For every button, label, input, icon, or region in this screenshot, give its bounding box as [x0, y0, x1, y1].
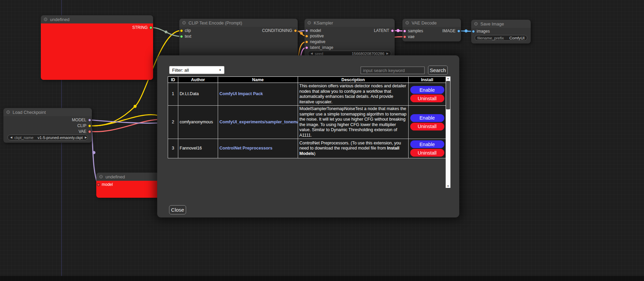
node-undefined-top[interactable]: undefined STRING	[41, 15, 153, 80]
node-status-dot[interactable]	[6, 110, 10, 114]
ext-link[interactable]: ComfyUI Impact Pack	[219, 91, 263, 96]
extensions-table-container: ID Author Name Description Install 1 Dr.…	[168, 76, 450, 188]
input-dot-images[interactable]	[472, 30, 475, 33]
table-header-row: ID Author Name Description Install	[168, 77, 446, 83]
output-dot-latent[interactable]	[391, 29, 394, 32]
node-body: model positive negative latent_image LAT…	[304, 27, 395, 59]
ckpt-name-widget[interactable]: ◀ ckpt_name v1-5-pruned-emaonly.ckpt ▶	[7, 135, 88, 140]
next-arrow-icon[interactable]: ▶	[85, 136, 87, 139]
node-header[interactable]: KSampler	[304, 19, 395, 27]
node-title: undefined	[105, 174, 125, 179]
uninstall-button[interactable]: Uninstall	[410, 94, 444, 102]
output-dot-vae[interactable]	[88, 130, 91, 133]
ext-link[interactable]: ComfyUI_experiments/sampler_tonemap	[219, 120, 298, 124]
search-input[interactable]	[361, 67, 425, 74]
slot-label-clip-out: CLIP	[77, 123, 86, 128]
output-dot-conditioning[interactable]	[294, 29, 297, 32]
node-status-dot[interactable]	[474, 22, 478, 25]
node-header[interactable]: CLIP Text Encode (Prompt)	[179, 19, 298, 27]
input-dot-negative[interactable]	[305, 40, 308, 43]
slot-label-string: STRING	[132, 25, 148, 30]
extension-row: 2 comfyanonymous ComfyUI_experiments/sam…	[168, 106, 446, 139]
decrement-arrow-icon[interactable]: ◀	[311, 52, 313, 55]
wire-image-to-images	[459, 31, 473, 31]
node-title: VAE Decode	[412, 20, 436, 25]
ext-link[interactable]: ControlNet Preprocessors	[219, 146, 273, 151]
node-title: Save Image	[480, 21, 504, 27]
node-vae-decode[interactable]: VAE Decode samples vae IMAGE	[402, 19, 461, 41]
widget-label: seed	[315, 52, 323, 56]
ext-description: This extension offers various detector n…	[298, 83, 409, 106]
dropdown-caret-icon: ▼	[219, 69, 221, 72]
node-body: images filename_prefix ComfyUI	[471, 28, 531, 43]
node-status-dot[interactable]	[308, 21, 311, 24]
filter-select[interactable]: Filter: all ▼	[169, 66, 225, 74]
input-dot-vae[interactable]	[403, 35, 406, 38]
header-author: Author	[178, 77, 218, 83]
ext-description-text: )	[314, 151, 315, 156]
header-id: ID	[168, 77, 178, 83]
increment-arrow-icon[interactable]: ▶	[386, 52, 389, 55]
ext-description-text: ControlNet Preprocessors. (To use this e…	[299, 141, 401, 151]
slot-label-vae: vae	[408, 34, 414, 39]
widget-value: ComfyUI	[509, 36, 525, 40]
ext-description: ModelSamplerTonemapNoiseTest a node that…	[298, 106, 409, 139]
link-dot-conditioning	[300, 32, 303, 35]
output-dot-model[interactable]	[88, 119, 91, 122]
slot-label-negative: negative	[310, 39, 325, 44]
widget-value: v1-5-pruned-emaonly.ckpt	[37, 136, 83, 140]
node-header[interactable]: Load Checkpoint	[3, 108, 92, 116]
uninstall-button[interactable]: Uninstall	[410, 149, 444, 157]
filename-prefix-widget[interactable]: filename_prefix ComfyUI	[475, 35, 527, 41]
node-clip-text-encode[interactable]: CLIP Text Encode (Prompt) clip text COND…	[179, 19, 298, 59]
scroll-down-icon[interactable]: ▼	[446, 185, 450, 187]
input-dot-positive[interactable]	[305, 35, 308, 38]
link-dot-latent	[397, 29, 400, 32]
node-header[interactable]: undefined	[41, 15, 153, 23]
close-button[interactable]: Close	[169, 205, 186, 214]
scrollbar-thumb[interactable]	[446, 81, 450, 109]
output-dot-image[interactable]	[457, 30, 460, 33]
link-dot-image	[465, 30, 468, 33]
input-dot-latent-image[interactable]	[305, 46, 308, 49]
prev-arrow-icon[interactable]: ◀	[10, 136, 12, 139]
input-dot-samples[interactable]	[403, 30, 406, 33]
node-header[interactable]: Save Image	[471, 20, 531, 28]
node-status-dot[interactable]	[99, 175, 103, 178]
node-status-dot[interactable]	[406, 21, 409, 24]
link-dot-string	[165, 31, 167, 33]
node-status-dot[interactable]	[44, 18, 47, 21]
slot-label-model-out: MODEL	[72, 118, 86, 122]
graph-canvas[interactable]: undefined STRING CLIP Text Encode (Promp…	[0, 0, 644, 281]
node-header[interactable]: VAE Decode	[402, 19, 461, 27]
slot-label-clip: clip	[185, 28, 191, 33]
node-save-image[interactable]: Save Image images filename_prefix ComfyU…	[471, 20, 531, 43]
slot-label-text: text	[185, 34, 191, 39]
output-dot-string[interactable]	[149, 26, 152, 29]
ext-author: Fannovel16	[178, 139, 218, 158]
enable-button[interactable]: Enable	[410, 114, 444, 122]
link-dot-clip	[134, 105, 137, 108]
canvas-bottom-edge	[0, 276, 644, 281]
input-dot-text[interactable]	[180, 35, 183, 38]
enable-button[interactable]: Enable	[410, 86, 444, 94]
output-dot-clip[interactable]	[88, 124, 91, 127]
enable-button[interactable]: Enable	[410, 140, 444, 148]
input-dot-model[interactable]	[305, 29, 308, 32]
search-button[interactable]: Search	[428, 66, 448, 75]
ext-author: Dr.Lt.Data	[178, 83, 218, 106]
wire-string-to-text	[151, 28, 181, 36]
node-load-checkpoint[interactable]: Load Checkpoint MODEL CLIP VAE ◀ ckpt_na…	[3, 108, 92, 143]
node-ksampler[interactable]: KSampler model positive negative latent_…	[304, 19, 395, 59]
uninstall-button[interactable]: Uninstall	[410, 123, 444, 130]
node-title: Load Checkpoint	[13, 110, 46, 115]
input-dot-clip[interactable]	[180, 29, 183, 32]
input-dot-model[interactable]	[97, 183, 100, 186]
slot-label-conditioning: CONDITIONING	[262, 28, 292, 33]
ext-id: 1	[168, 83, 178, 106]
table-scrollbar[interactable]: ▲ ▼	[446, 76, 450, 188]
ext-id: 3	[168, 139, 178, 158]
scroll-up-icon[interactable]: ▲	[446, 77, 450, 80]
custom-nodes-manager-dialog: Filter: all ▼ Search ID Author Name Desc…	[157, 55, 459, 217]
node-status-dot[interactable]	[182, 21, 186, 24]
